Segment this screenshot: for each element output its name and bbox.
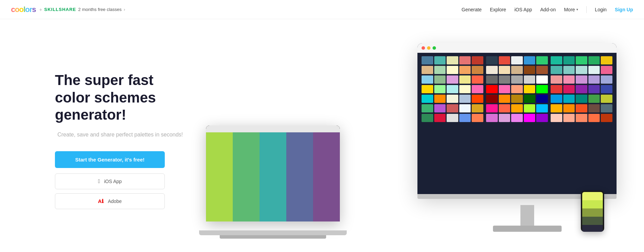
laptop: [206, 125, 340, 221]
monitor-palette-grid: [417, 53, 617, 127]
phone-color-5: [582, 225, 603, 232]
header-nav: Generate Explore iOS App Add-on More ▾ L…: [462, 6, 633, 13]
laptop-color-1: [206, 132, 233, 221]
nav-generate[interactable]: Generate: [462, 7, 482, 12]
main-content: The super fast color schemes generator! …: [0, 19, 644, 252]
nav-more-label: More: [564, 7, 575, 12]
laptop-bar: [206, 125, 340, 132]
monitor-dot-red: [422, 46, 425, 50]
phone-color-4: [582, 217, 603, 225]
adobe-btn-label: Adobe: [108, 199, 122, 204]
laptop-color-5: [313, 132, 340, 221]
ios-app-button[interactable]:  iOS App: [55, 173, 165, 189]
nav-divider: [586, 6, 587, 13]
header: coolors + SKILLSHARE 2 months free class…: [0, 0, 644, 19]
monitor-stand-neck: [520, 205, 534, 226]
monitor-dot-yellow: [427, 46, 430, 50]
hero-right: [185, 43, 617, 242]
nav-ios-app[interactable]: iOS App: [514, 7, 532, 12]
laptop-color-3: [260, 132, 286, 221]
header-left: coolors + SKILLSHARE 2 months free class…: [11, 5, 125, 14]
laptop-base: [199, 230, 347, 235]
nav-explore[interactable]: Explore: [490, 7, 506, 12]
promo-text: 2 months free classes: [78, 7, 122, 12]
start-generator-button[interactable]: Start the Generator, it's free!: [55, 151, 165, 168]
desktop-monitor: [417, 43, 617, 194]
laptop-screen: [206, 132, 340, 221]
signup-button[interactable]: Sign Up: [615, 7, 633, 12]
chevron-down-icon: ▾: [576, 8, 578, 11]
phone-color-3: [582, 208, 603, 217]
skillshare-promo[interactable]: + SKILLSHARE 2 months free classes ›: [39, 7, 125, 12]
hero-title: The super fast color schemes generator!: [55, 72, 185, 123]
phone-color-1: [582, 192, 603, 200]
adobe-icon: Aℹ: [98, 198, 104, 204]
ios-btn-label: iOS App: [104, 179, 122, 184]
laptop-foot: [220, 235, 326, 239]
plus-sign: +: [39, 7, 42, 12]
laptop-color-4: [286, 132, 313, 221]
laptop-color-2: [233, 132, 260, 221]
nav-more[interactable]: More ▾: [564, 7, 578, 12]
hero-left: The super fast color schemes generator! …: [55, 72, 185, 213]
promo-arrow: ›: [124, 7, 125, 12]
phone-screen: [582, 192, 603, 232]
apple-icon: : [98, 178, 100, 184]
logo[interactable]: coolors: [11, 5, 36, 14]
adobe-button[interactable]: Aℹ Adobe: [55, 193, 165, 209]
monitor-dot-green: [433, 46, 436, 50]
phone-color-2: [582, 200, 603, 208]
login-button[interactable]: Login: [595, 7, 607, 12]
nav-addon[interactable]: Add-on: [540, 7, 556, 12]
hero-subtitle: Create, save and share perfect palettes …: [55, 131, 185, 139]
monitor-titlebar: [417, 43, 617, 53]
skillshare-text: SKILLSHARE: [44, 7, 76, 12]
phone: [581, 191, 604, 232]
monitor-stand-base: [493, 226, 562, 232]
